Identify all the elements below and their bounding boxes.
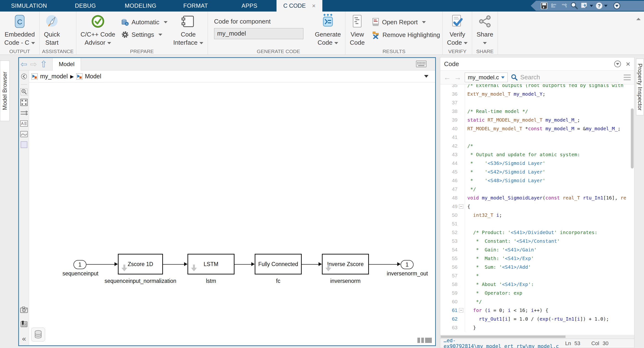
- search-input[interactable]: [520, 74, 619, 81]
- close-panel-icon[interactable]: ×: [626, 60, 630, 68]
- signal-wire[interactable]: [369, 264, 397, 265]
- tab-debug[interactable]: DEBUG: [72, 0, 98, 12]
- signal-wire[interactable]: [163, 264, 184, 265]
- tab-modeling[interactable]: MODELING: [122, 0, 159, 12]
- inport-block[interactable]: 1: [74, 260, 86, 269]
- code-line[interactable]: 63 }: [440, 323, 634, 332]
- code-line[interactable]: 61− for (i = 0; i < 16; i++) {: [440, 306, 634, 315]
- embedded-code-button[interactable]: C EmbeddedCode - C: [2, 13, 37, 48]
- code-line[interactable]: 42/*: [440, 141, 634, 150]
- back-icon[interactable]: ⇦: [19, 60, 29, 68]
- panel-splitter[interactable]: [436, 57, 440, 348]
- vertical-scrollbar[interactable]: [631, 108, 634, 168]
- tab-simulation[interactable]: SIMULATION: [9, 0, 50, 12]
- data-dictionary-button[interactable]: [31, 327, 45, 341]
- share-button[interactable]: Share: [474, 13, 495, 48]
- open-report-dropdown[interactable]: Open Report: [372, 18, 440, 27]
- route-signals-icon[interactable]: [19, 108, 29, 118]
- code-mapping-badge-icon[interactable]: [191, 265, 197, 272]
- code-line[interactable]: 39static RT_MODEL_my_model_T my_model_M_…: [440, 116, 634, 124]
- block-zscore[interactable]: Zscore 1D: [118, 254, 163, 274]
- code-line[interactable]: 37: [440, 98, 634, 107]
- area-icon[interactable]: [19, 139, 29, 150]
- fold-toggle-icon[interactable]: −: [459, 204, 463, 209]
- code-line[interactable]: 55 * Math: '<S41>/Exp': [440, 254, 634, 263]
- property-inspector-tab[interactable]: Property Inspector: [636, 59, 644, 115]
- help-icon[interactable]: ?: [595, 2, 608, 10]
- tab-c-code-active[interactable]: C CODE ×: [276, 0, 322, 12]
- breadcrumb-item-my-model[interactable]: my_model: [40, 73, 68, 80]
- model-browser-tab[interactable]: Model Browser: [0, 61, 10, 121]
- code-line[interactable]: 54 * Gain: '<S41>/Gain': [440, 245, 634, 254]
- collapse-palette-icon[interactable]: «: [19, 333, 29, 344]
- code-line[interactable]: 41: [440, 133, 634, 141]
- minimize-ribbon-icon[interactable]: [613, 2, 621, 10]
- signal-wire[interactable]: [302, 264, 318, 265]
- file-dropdown[interactable]: my_model.c: [465, 73, 508, 82]
- code-line[interactable]: 44 * '<S36>/Sigmoid Layer': [440, 159, 634, 167]
- code-line[interactable]: 46 * '<S48>/Sigmoid Layer': [440, 176, 634, 185]
- code-line[interactable]: 38/* Real-time model */: [440, 107, 634, 116]
- code-line[interactable]: 40RT_MODEL_my_model_T *const my_model_M …: [440, 124, 634, 133]
- tab-apps[interactable]: APPS: [239, 0, 260, 12]
- add-to-model-icon[interactable]: [580, 2, 593, 10]
- canvas-resize-grip[interactable]: [418, 338, 432, 343]
- tab-format[interactable]: FORMAT: [181, 0, 210, 12]
- zoom-region-icon[interactable]: [19, 87, 29, 97]
- search-icon[interactable]: [570, 2, 578, 10]
- automatic-dropdown[interactable]: A Automatic: [121, 18, 168, 26]
- ribbon-expand-arrow-icon[interactable]: [636, 18, 641, 20]
- code-line[interactable]: 36ExtY_my_model_T my_model_Y;: [440, 90, 634, 98]
- search-field[interactable]: [511, 72, 619, 82]
- fit-to-view-icon[interactable]: [19, 97, 29, 108]
- breadcrumb-dropdown-icon[interactable]: [424, 75, 428, 78]
- code-line[interactable]: 53 * Constant: '<S41>/Constant': [440, 237, 634, 245]
- code-line[interactable]: 57 *: [440, 271, 634, 280]
- code-line[interactable]: 58 * About '<S41>/Exp':: [440, 280, 634, 289]
- generate-code-button[interactable]: GenerateCode: [313, 13, 343, 48]
- code-line[interactable]: 60 */: [440, 297, 634, 306]
- code-view[interactable]: 35/* External outputs (root outports fed…: [440, 84, 634, 335]
- signal-wire[interactable]: [234, 264, 251, 265]
- code-line[interactable]: 35/* External outputs (root outports fed…: [440, 84, 634, 90]
- code-line[interactable]: 59 * Operator: exp: [440, 289, 634, 297]
- code-interface-button[interactable]: CodeInterface: [172, 13, 205, 48]
- horizontal-scrollbar[interactable]: [440, 335, 634, 339]
- canvas-tab-model[interactable]: Model: [52, 58, 81, 70]
- breadcrumb-item-model[interactable]: Model: [85, 73, 101, 80]
- remove-highlighting-button[interactable]: Remove Highlighting: [372, 31, 440, 39]
- keyboard-icon[interactable]: [416, 60, 426, 68]
- annotation-icon[interactable]: A: [19, 118, 29, 129]
- code-line[interactable]: 56 * Sum: '<S41>/Add': [440, 263, 634, 271]
- code-mapping-badge-icon[interactable]: [122, 265, 127, 272]
- code-mapping-badge-icon[interactable]: [326, 265, 331, 272]
- screenshot-icon[interactable]: [19, 304, 29, 315]
- code-line[interactable]: 50 int32_T i;: [440, 211, 634, 219]
- block-fully-connected[interactable]: Fully Connected: [255, 254, 302, 274]
- view-code-button[interactable]: ViewCode: [348, 13, 366, 48]
- block-inverse-zscore[interactable]: Inverse Zscore: [322, 254, 369, 274]
- step-back-icon[interactable]: [19, 70, 29, 82]
- outport-block[interactable]: 1: [400, 260, 414, 269]
- code-line[interactable]: 47 */: [440, 185, 634, 194]
- fold-toggle-icon[interactable]: −: [459, 308, 463, 312]
- image-icon[interactable]: [19, 129, 29, 139]
- code-line[interactable]: 52 /* Product: '<S41>/DivideOut' incorpo…: [440, 228, 634, 237]
- up-to-parent-icon[interactable]: ⇧: [38, 60, 49, 69]
- code-line[interactable]: 51: [440, 219, 634, 228]
- library-icon[interactable]: [19, 319, 29, 329]
- save-icon[interactable]: [540, 2, 548, 10]
- menu-icon[interactable]: [624, 75, 631, 80]
- code-line[interactable]: 48void my_model_SigmoidLayer(const real_…: [440, 194, 634, 202]
- verify-code-button[interactable]: VerifyCode: [445, 13, 470, 48]
- component-input[interactable]: [214, 28, 304, 39]
- close-icon[interactable]: ×: [312, 2, 316, 10]
- code-line[interactable]: 62 rty_Out1[i] = 1.0 / (exp(-rtu_In1[i])…: [440, 315, 634, 323]
- minimize-panel-icon[interactable]: [614, 61, 621, 67]
- block-lstm[interactable]: LSTM: [188, 254, 234, 274]
- code-line[interactable]: 43 * Output and update for atomic system…: [440, 150, 634, 159]
- code-line[interactable]: 49−{: [440, 202, 634, 211]
- settings-dropdown[interactable]: Settings: [121, 31, 168, 39]
- quick-start-button[interactable]: QuickStart: [42, 13, 62, 48]
- code-advisor-button[interactable]: C/C++ CodeAdvisor: [79, 13, 117, 48]
